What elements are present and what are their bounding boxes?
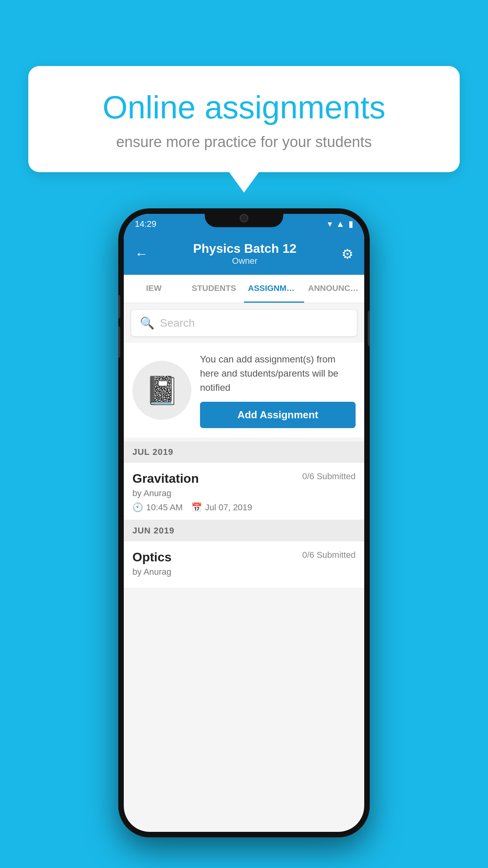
assignment-name-gravitation: Gravitation	[132, 471, 199, 486]
phone-frame: 14:29 ▾ ▲ ▮ ← Physics Batch 12 Owner ⚙ I…	[118, 208, 370, 837]
batch-title: Physics Batch 12	[193, 241, 296, 256]
phone-screen: 14:29 ▾ ▲ ▮ ← Physics Batch 12 Owner ⚙ I…	[124, 214, 364, 832]
empty-state-text: You can add assignment(s) from here and …	[200, 352, 356, 395]
tab-iew[interactable]: IEW	[124, 275, 184, 303]
batch-subtitle: Owner	[193, 256, 296, 266]
app-header: ← Physics Batch 12 Owner ⚙	[124, 234, 364, 275]
tab-announcements[interactable]: ANNOUNCE...	[304, 275, 364, 303]
power-button	[368, 311, 370, 346]
search-icon: 🔍	[140, 316, 154, 330]
back-button[interactable]: ←	[135, 246, 148, 261]
status-time: 14:29	[135, 219, 156, 229]
speech-bubble-card: Online assignments ensure more practice …	[28, 66, 460, 172]
settings-icon[interactable]: ⚙	[341, 246, 353, 262]
clock-icon: 🕙	[132, 502, 143, 513]
notebook-icon: 📓	[145, 374, 179, 406]
assignment-author-optics: by Anurag	[132, 567, 356, 577]
tab-students[interactable]: STUDENTS	[184, 275, 244, 303]
assignment-row-top: Gravitation 0/6 Submitted	[132, 471, 356, 486]
tab-bar: IEW STUDENTS ASSIGNMENTS ANNOUNCE...	[124, 275, 364, 303]
header-center: Physics Batch 12 Owner	[193, 241, 296, 266]
section-header-jun: JUN 2019	[124, 520, 364, 541]
phone-notch	[205, 208, 283, 227]
volume-up-button	[118, 295, 120, 318]
assignment-time-gravitation: 🕙 10:45 AM	[132, 502, 183, 513]
wifi-icon: ▾	[328, 219, 332, 229]
section-month-jun: JUN 2019	[132, 526, 174, 535]
speech-bubble-subtitle: ensure more practice for your students	[56, 134, 432, 151]
section-header-jul: JUL 2019	[124, 441, 364, 463]
front-camera	[240, 214, 248, 223]
assignment-name-optics: Optics	[132, 550, 172, 565]
assignment-details-gravitation: 🕙 10:45 AM 📅 Jul 07, 2019	[132, 502, 356, 513]
assignment-submitted-optics: 0/6 Submitted	[302, 550, 356, 560]
section-month-jul: JUL 2019	[132, 447, 173, 457]
signal-icon: ▲	[336, 219, 345, 229]
empty-state-icon-wrap: 📓	[132, 361, 191, 420]
search-bar[interactable]: 🔍 Search	[131, 309, 357, 337]
status-icons: ▾ ▲ ▮	[328, 219, 353, 229]
speech-bubble-title: Online assignments	[56, 90, 432, 125]
assignment-author-gravitation: by Anurag	[132, 488, 356, 498]
assignment-date-value: Jul 07, 2019	[205, 502, 252, 513]
assignment-item-gravitation[interactable]: Gravitation 0/6 Submitted by Anurag 🕙 10…	[124, 463, 364, 520]
battery-icon: ▮	[349, 219, 353, 229]
add-assignment-button[interactable]: Add Assignment	[200, 402, 356, 428]
assignment-submitted-gravitation: 0/6 Submitted	[302, 471, 356, 482]
assignment-item-optics[interactable]: Optics 0/6 Submitted by Anurag	[124, 541, 364, 588]
assignment-row-top-optics: Optics 0/6 Submitted	[132, 550, 356, 565]
volume-down-button	[118, 326, 120, 358]
assignment-date-gravitation: 📅 Jul 07, 2019	[191, 502, 252, 513]
calendar-icon: 📅	[191, 502, 202, 513]
search-placeholder-text: Search	[160, 317, 195, 329]
empty-state-content: You can add assignment(s) from here and …	[200, 352, 356, 428]
tab-assignments[interactable]: ASSIGNMENTS	[244, 275, 304, 303]
assignment-time-value: 10:45 AM	[146, 502, 183, 513]
empty-state-banner: 📓 You can add assignment(s) from here an…	[124, 343, 364, 438]
